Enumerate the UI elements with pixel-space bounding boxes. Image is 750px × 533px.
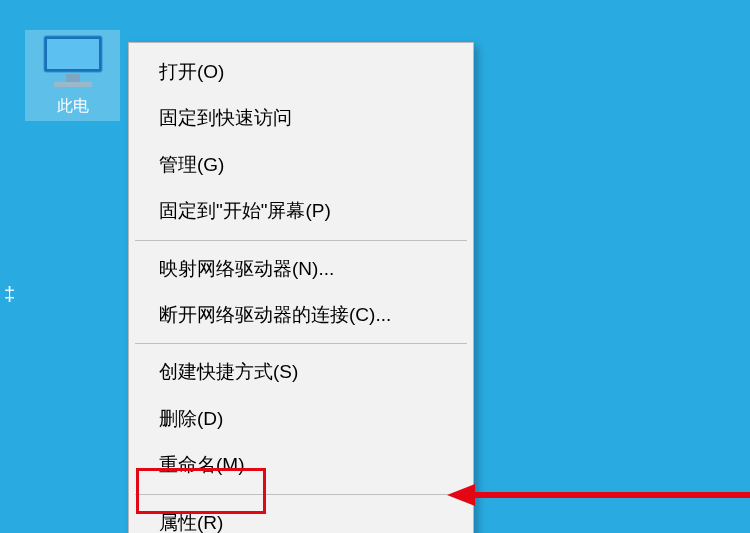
svg-rect-2 [66, 74, 80, 82]
menu-item-delete[interactable]: 删除(D) [131, 396, 471, 442]
menu-item-pin-quick-access[interactable]: 固定到快速访问 [131, 95, 471, 141]
svg-rect-1 [47, 39, 99, 69]
menu-separator [135, 240, 467, 241]
annotation-arrow [447, 480, 750, 510]
menu-separator [135, 343, 467, 344]
monitor-icon [40, 34, 106, 90]
menu-item-map-drive[interactable]: 映射网络驱动器(N)... [131, 246, 471, 292]
desktop-icon-this-pc[interactable]: 此电 [25, 30, 120, 121]
menu-item-pin-start[interactable]: 固定到"开始"屏幕(P) [131, 188, 471, 234]
menu-item-create-shortcut[interactable]: 创建快捷方式(S) [131, 349, 471, 395]
svg-rect-3 [54, 82, 92, 87]
context-menu: 打开(O) 固定到快速访问 管理(G) 固定到"开始"屏幕(P) 映射网络驱动器… [128, 42, 474, 533]
desktop-icon-label: 此电 [57, 96, 89, 117]
menu-separator [135, 494, 467, 495]
sidebar-fragment: ‡ [4, 283, 15, 306]
menu-item-disconnect-drive[interactable]: 断开网络驱动器的连接(C)... [131, 292, 471, 338]
menu-item-open[interactable]: 打开(O) [131, 49, 471, 95]
menu-item-properties[interactable]: 属性(R) [131, 500, 471, 533]
menu-item-manage[interactable]: 管理(G) [131, 142, 471, 188]
menu-item-rename[interactable]: 重命名(M) [131, 442, 471, 488]
